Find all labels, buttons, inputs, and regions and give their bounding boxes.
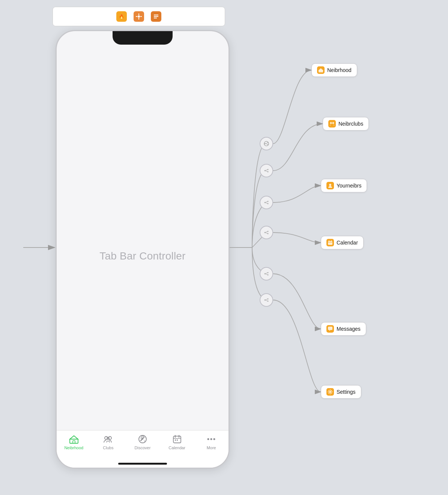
- toolbar-icon-2[interactable]: [134, 11, 144, 22]
- dest-yourneibrs-label: Yourneibrs: [337, 183, 361, 189]
- svg-point-66: [332, 122, 334, 124]
- svg-line-63: [265, 300, 268, 301]
- nav-node-3: [260, 196, 273, 209]
- neibrhood-tab-label: Neibrhood: [64, 446, 83, 450]
- more-tab-label: More: [207, 446, 216, 450]
- svg-rect-9: [154, 15, 158, 15]
- svg-point-34: [265, 143, 266, 144]
- dest-calendar-label: Calendar: [337, 240, 358, 246]
- discover-icon: [138, 434, 147, 444]
- tab-bar-controller-label: Tab Bar Controller: [99, 250, 185, 262]
- dest-settings[interactable]: Settings: [321, 385, 361, 399]
- svg-point-27: [210, 438, 212, 440]
- svg-point-16: [107, 437, 109, 440]
- svg-point-67: [329, 184, 331, 186]
- tab-calendar[interactable]: Calendar: [160, 434, 194, 450]
- nav-node-5: [260, 267, 273, 280]
- svg-point-65: [330, 122, 332, 124]
- svg-text:🔥: 🔥: [119, 14, 124, 19]
- tab-more[interactable]: More: [194, 434, 229, 450]
- tab-discover[interactable]: Discover: [125, 434, 160, 450]
- phone-notch: [113, 31, 173, 45]
- dest-neibrclubs-icon: [328, 120, 336, 128]
- svg-line-53: [265, 232, 268, 234]
- dest-neibrhood[interactable]: Neibrhood: [311, 63, 357, 77]
- nav-node-4: [260, 226, 273, 239]
- dest-messages[interactable]: Messages: [321, 322, 366, 336]
- dest-settings-icon: [326, 388, 334, 396]
- svg-rect-13: [73, 441, 75, 443]
- svg-point-3: [138, 15, 140, 18]
- svg-line-42: [265, 170, 268, 171]
- svg-line-47: [265, 201, 268, 202]
- svg-rect-11: [154, 18, 157, 18]
- clubs-icon: [103, 434, 113, 444]
- svg-line-43: [265, 171, 268, 172]
- svg-line-48: [265, 202, 268, 204]
- nav-node-1: [260, 137, 273, 150]
- nav-node-2: [260, 164, 273, 177]
- dest-neibrclubs-label: Neibrclubs: [338, 121, 363, 127]
- tab-bar: Neibrhood Clubs: [57, 430, 229, 468]
- dest-settings-label: Settings: [337, 389, 356, 395]
- dest-yourneibrs-icon: [326, 182, 334, 189]
- neibrhood-icon: [69, 434, 79, 444]
- dest-neibrclubs[interactable]: Neibrclubs: [323, 117, 369, 130]
- dest-calendar[interactable]: Calendar: [321, 236, 364, 249]
- svg-point-28: [213, 438, 215, 440]
- svg-point-73: [329, 391, 331, 393]
- dest-messages-label: Messages: [337, 326, 361, 332]
- dest-yourneibrs[interactable]: Yourneibrs: [321, 179, 367, 192]
- calendar-tab-label: Calendar: [168, 446, 185, 450]
- svg-rect-24: [175, 440, 176, 441]
- discover-tab-label: Discover: [135, 446, 151, 450]
- svg-rect-68: [328, 241, 332, 245]
- toolbar-icon-3[interactable]: [151, 11, 161, 22]
- more-icon: [206, 434, 216, 444]
- svg-point-26: [207, 438, 209, 440]
- svg-rect-25: [177, 440, 178, 441]
- svg-line-62: [265, 299, 268, 300]
- home-indicator: [118, 463, 167, 465]
- toolbar: 🔥: [53, 7, 225, 26]
- calendar-icon: [172, 434, 182, 444]
- tab-clubs[interactable]: Clubs: [91, 434, 126, 450]
- dest-calendar-icon: [326, 239, 334, 246]
- svg-rect-72: [328, 327, 332, 330]
- svg-line-38: [266, 144, 268, 145]
- svg-rect-10: [154, 16, 158, 17]
- svg-rect-12: [70, 439, 78, 443]
- svg-line-37: [266, 142, 268, 144]
- toolbar-icon-1[interactable]: 🔥: [116, 11, 127, 22]
- svg-line-57: [265, 273, 268, 274]
- dest-neibrhood-label: Neibrhood: [327, 67, 352, 73]
- phone-content: Tab Bar Controller: [57, 45, 229, 468]
- dest-messages-icon: [326, 325, 334, 333]
- phone-frame: Tab Bar Controller Neibrhood: [56, 30, 230, 469]
- tab-neibrhood[interactable]: Neibrhood: [57, 434, 91, 450]
- svg-line-52: [265, 231, 268, 232]
- dest-neibrhood-icon: [317, 66, 325, 74]
- nav-node-6: [260, 293, 273, 307]
- clubs-tab-label: Clubs: [103, 446, 113, 450]
- svg-line-58: [265, 274, 268, 275]
